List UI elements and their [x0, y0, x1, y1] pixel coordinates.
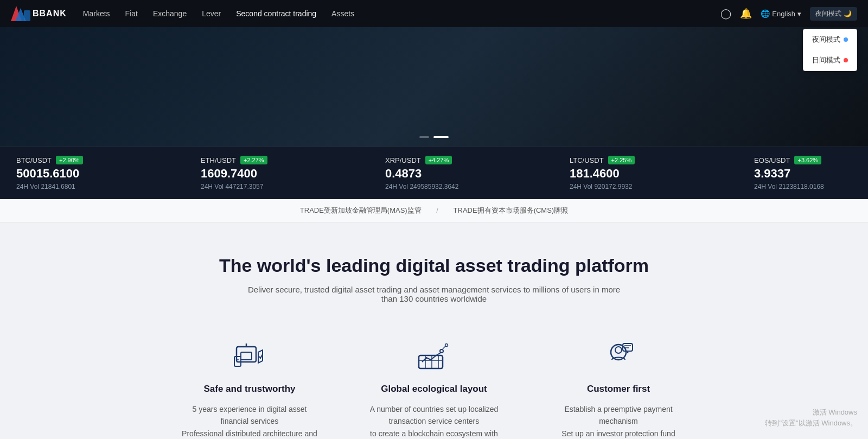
main-title: The world's leading digital asset tradin… [11, 255, 857, 276]
hero-dot-2[interactable] [433, 136, 449, 138]
navbar-right: ◯ 🔔 🌐 English ▾ 夜间模式 🌙 夜间模式 日间模式 [720, 7, 857, 21]
info-divider: / [436, 206, 438, 214]
ticker-xrp-header: XRP/USDT +4.27% [385, 156, 483, 164]
ticker-ltc-badge: +2.25% [608, 156, 635, 164]
mode-button[interactable]: 夜间模式 🌙 [810, 7, 857, 21]
bell-icon[interactable]: 🔔 [740, 8, 752, 20]
language-selector[interactable]: 🌐 English ▾ [761, 9, 801, 18]
features-section: Safe and trustworthy 5 years experience … [11, 336, 857, 439]
ticker-btc-price: 50015.6100 [16, 167, 114, 181]
customer-icon [599, 336, 638, 375]
ticker-btc-vol-label: 24H Vol [16, 183, 39, 190]
ticker-xrp-badge: +4.27% [425, 156, 452, 164]
svg-rect-2 [24, 10, 30, 21]
safe-desc: 5 years experience in digital asset fina… [179, 403, 320, 439]
customer-desc: Establish a preemptive payment mechanism… [548, 403, 689, 439]
info-bar: TRADE受新加坡金融管理局(MAS)监管 / TRADE拥有资本市场服务(CM… [0, 199, 868, 222]
ticker-ltc-pair: LTC/USDT [570, 156, 604, 164]
global-icon [414, 336, 454, 375]
ticker-btc-pair: BTC/USDT [16, 156, 52, 164]
ticker-btc-header: BTC/USDT +2.90% [16, 156, 114, 164]
ticker-xrp[interactable]: XRP/USDT +4.27% 0.4873 24H Vol 249585932… [385, 156, 483, 190]
mode-night-label: 夜间模式 [812, 35, 840, 44]
ticker-eos-pair: EOS/USDT [754, 156, 790, 164]
info-text-2: TRADE拥有资本市场服务(CMS)牌照 [454, 206, 569, 214]
feature-safe: Safe and trustworthy 5 years experience … [179, 336, 320, 439]
ticker-xrp-vol-label: 24H Vol [385, 183, 408, 190]
ticker-xrp-pair: XRP/USDT [385, 156, 421, 164]
global-desc: A number of countries set up localized t… [363, 403, 505, 439]
safe-title: Safe and trustworthy [203, 384, 295, 395]
mode-night-option[interactable]: 夜间模式 [803, 29, 857, 50]
svg-point-16 [445, 344, 448, 347]
ticker-eos-vol-label: 24H Vol [754, 183, 777, 190]
ticker-ltc-vol-value: 920172.9932 [594, 183, 632, 190]
ticker-eth-vol-label: 24H Vol [201, 183, 224, 190]
ticker-eth[interactable]: ETH/USDT +2.27% 1609.7400 24H Vol 447217… [201, 156, 298, 190]
ticker-ltc-header: LTC/USDT +2.25% [570, 156, 667, 164]
ticker-eos-vol: 24H Vol 21238118.0168 [754, 183, 852, 190]
ticker-eth-vol-value: 447217.3057 [225, 183, 263, 190]
ticker-eos-price: 3.9337 [754, 167, 852, 181]
nav-markets[interactable]: Markets [83, 9, 110, 18]
info-text-1: TRADE受新加坡金融管理局(MAS)监管 [300, 206, 422, 214]
nav-lever[interactable]: Lever [202, 9, 221, 18]
customer-title: Customer first [587, 384, 650, 395]
ticker-eth-badge: +2.27% [240, 156, 267, 164]
svg-rect-4 [241, 352, 252, 360]
mode-label: 夜间模式 [815, 9, 841, 18]
ticker-ltc-vol-label: 24H Vol [570, 183, 592, 190]
main-subtitle: Deliver secure, trusted digital asset tr… [244, 285, 624, 303]
main-content: The world's leading digital asset tradin… [0, 222, 868, 439]
svg-point-14 [440, 349, 443, 353]
ticker-eth-pair: ETH/USDT [201, 156, 236, 164]
ticker-ltc[interactable]: LTC/USDT +2.25% 181.4600 24H Vol 920172.… [570, 156, 667, 190]
ticker-xrp-vol-value: 249585932.3642 [410, 183, 458, 190]
ticker-btc-vol-value: 21841.6801 [41, 183, 75, 190]
moon-icon: 🌙 [844, 10, 852, 17]
sun-dot [844, 58, 848, 62]
globe-icon: 🌐 [761, 9, 770, 18]
moon-dot [844, 37, 848, 42]
navbar: BBANK Markets Fiat Exchange Lever Second… [0, 0, 868, 27]
global-title: Global ecological layout [381, 384, 487, 395]
ticker-eos-vol-value: 21238118.0168 [778, 183, 824, 190]
nav-fiat[interactable]: Fiat [125, 9, 138, 18]
ticker-bar: BTC/USDT +2.90% 50015.6100 24H Vol 21841… [0, 147, 868, 199]
nav-links: Markets Fiat Exchange Lever Second contr… [83, 9, 721, 18]
ticker-btc-badge: +2.90% [56, 156, 83, 164]
ticker-eth-price: 1609.7400 [201, 167, 298, 181]
watermark-line2: 转到"设置"以激活 Windows。 [765, 418, 857, 429]
ticker-eos-badge: +3.62% [794, 156, 821, 164]
watermark-line1: 激活 Windows [765, 407, 857, 418]
hero-dot-1[interactable] [419, 136, 429, 138]
nav-exchange[interactable]: Exchange [153, 9, 187, 18]
logo-text: BBANK [33, 9, 67, 18]
ticker-xrp-vol: 24H Vol 249585932.3642 [385, 183, 483, 190]
ticker-ltc-price: 181.4600 [570, 167, 667, 181]
user-icon[interactable]: ◯ [720, 8, 731, 20]
feature-global: Global ecological layout A number of cou… [363, 336, 505, 439]
feature-customer: Customer first Establish a preemptive pa… [548, 336, 689, 439]
ticker-btc[interactable]: BTC/USDT +2.90% 50015.6100 24H Vol 21841… [16, 156, 114, 190]
safe-icon [230, 336, 269, 375]
ticker-ltc-vol: 24H Vol 920172.9932 [570, 183, 667, 190]
ticker-eth-header: ETH/USDT +2.27% [201, 156, 298, 164]
ticker-eos[interactable]: EOS/USDT +3.62% 3.9337 24H Vol 21238118.… [754, 156, 852, 190]
ticker-btc-vol: 24H Vol 21841.6801 [16, 183, 114, 190]
language-label: English [772, 10, 795, 18]
ticker-eos-header: EOS/USDT +3.62% [754, 156, 852, 164]
windows-watermark: 激活 Windows 转到"设置"以激活 Windows。 [765, 407, 857, 428]
nav-assets[interactable]: Assets [331, 9, 354, 18]
mode-day-label: 日间模式 [812, 55, 840, 65]
hero-section [0, 27, 868, 147]
ticker-eth-vol: 24H Vol 447217.3057 [201, 183, 298, 190]
nav-second-contract[interactable]: Second contract trading [236, 9, 316, 18]
logo[interactable]: BBANK [11, 6, 67, 21]
ticker-xrp-price: 0.4873 [385, 167, 483, 181]
svg-point-18 [615, 347, 622, 353]
hero-dots [419, 136, 449, 138]
mode-dropdown: 夜间模式 日间模式 [803, 29, 857, 71]
chevron-down-icon: ▾ [797, 10, 801, 18]
mode-day-option[interactable]: 日间模式 [803, 50, 857, 71]
